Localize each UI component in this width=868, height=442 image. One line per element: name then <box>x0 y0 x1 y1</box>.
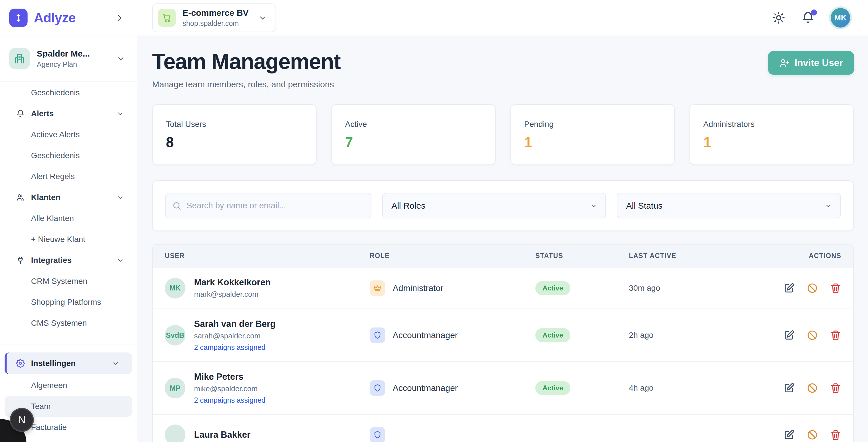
roles-select[interactable]: All Roles <box>382 193 606 218</box>
page-title: Team Management <box>152 49 340 74</box>
stat-label: Pending <box>524 120 661 129</box>
stat-value: 7 <box>345 134 482 151</box>
stat-label: Total Users <box>166 120 303 129</box>
last-active: 30m ago <box>629 284 762 293</box>
suspend-user-button[interactable] <box>807 382 818 394</box>
plug-icon <box>16 256 25 264</box>
table-body: MKMark Kokkelkorenmark@spalder.comAdmini… <box>153 267 854 442</box>
sidebar-item-actieve-alerts[interactable]: Actieve Alerts <box>0 124 136 145</box>
sidebar-item-label: Team <box>31 402 51 411</box>
sidebar-item-alert-regels[interactable]: Alert Regels <box>0 166 136 187</box>
sidebar-item-klanten[interactable]: Klanten <box>0 187 136 208</box>
sidebar-nav: GeschiedenisAlertsActieve AlertsGeschied… <box>0 82 136 438</box>
user-email: mike@spalder.com <box>194 384 266 393</box>
stat-card-total-users: Total Users8 <box>152 104 317 165</box>
sidebar-collapse-button[interactable] <box>115 13 124 22</box>
delete-user-button[interactable] <box>830 329 841 341</box>
main-content: Team Management Manage team members, rol… <box>137 36 868 442</box>
chevron-down-icon <box>117 54 125 63</box>
avatar: MK <box>165 278 185 298</box>
chevron-down-icon <box>117 110 124 117</box>
chevron-right-icon <box>115 13 124 22</box>
sidebar: Spalder Me... Agency Plan GeschiedenisAl… <box>0 36 137 442</box>
sidebar-item-label: Integraties <box>31 256 72 265</box>
sidebar-item-geschiedenis[interactable]: Geschiedenis <box>0 145 136 166</box>
status-badge: Active <box>535 381 570 395</box>
status-select-value: All Status <box>626 201 662 211</box>
edit-user-button[interactable] <box>783 329 795 341</box>
search-icon <box>172 201 181 210</box>
campaigns-link[interactable]: 2 campaigns assigned <box>194 343 276 352</box>
cursor-overlay: N <box>11 409 33 431</box>
brand-name: Adlyze <box>34 10 75 26</box>
topbar-right: MK <box>772 8 868 28</box>
chevron-down-icon <box>258 13 267 22</box>
search-input[interactable] <box>165 193 371 218</box>
suspend-user-button[interactable] <box>807 282 818 294</box>
sidebar-item-geschiedenis[interactable]: Geschiedenis <box>0 82 136 103</box>
sidebar-item-label: CRM Systemen <box>31 277 87 286</box>
avatar: SvdB <box>165 325 185 346</box>
roles-select-value: All Roles <box>392 201 425 211</box>
sidebar-item--nieuwe-klant[interactable]: + Nieuwe Klant <box>0 229 136 250</box>
client-selector[interactable]: E-commerce BV shop.spalder.com <box>152 3 276 32</box>
adlyze-logo <box>9 9 28 27</box>
sidebar-item-label: Klanten <box>31 193 61 202</box>
workspace-selector[interactable]: Spalder Me... Agency Plan <box>0 36 136 82</box>
page-head-text: Team Management Manage team members, rol… <box>152 49 340 89</box>
role-label: Accountmanager <box>393 383 458 393</box>
edit-user-button[interactable] <box>783 382 795 394</box>
invite-user-button[interactable]: Invite User <box>768 51 854 75</box>
user-email: sarah@spalder.com <box>194 332 276 340</box>
sidebar-item-shopping-platforms[interactable]: Shopping Platforms <box>0 292 136 313</box>
campaigns-link[interactable]: 2 campaigns assigned <box>194 396 266 404</box>
status-select[interactable]: All Status <box>617 193 841 218</box>
table-row: MKMark Kokkelkorenmark@spalder.comAdmini… <box>153 267 854 309</box>
chevron-down-icon <box>825 202 832 210</box>
sidebar-item-label: Facturatie <box>31 423 67 432</box>
chevron-down-icon <box>117 54 125 63</box>
suspend-user-button[interactable] <box>807 329 818 341</box>
edit-user-button[interactable] <box>783 282 795 294</box>
user-avatar[interactable]: MK <box>831 8 850 28</box>
delete-user-button[interactable] <box>830 282 841 294</box>
table-row: Laura Bakker <box>153 414 854 442</box>
role-badge <box>370 380 385 396</box>
sidebar-item-crm-systemen[interactable]: CRM Systemen <box>0 271 136 292</box>
user-plus-icon <box>779 58 789 68</box>
suspend-user-button[interactable] <box>807 429 818 441</box>
search-icon <box>172 201 181 210</box>
trash-icon <box>830 329 841 341</box>
sidebar-item-cms-systemen[interactable]: CMS Systemen <box>0 313 136 334</box>
avatar: MP <box>165 378 185 399</box>
status-badge: Active <box>535 281 570 295</box>
role-label: Accountmanager <box>393 330 458 340</box>
trash-icon <box>830 429 841 441</box>
chevron-down-icon <box>258 13 267 22</box>
shield-icon <box>373 331 382 340</box>
sidebar-item-label: CMS Systemen <box>31 319 87 328</box>
workspace-text: Spalder Me... Agency Plan <box>37 49 90 69</box>
ban-icon <box>807 429 818 441</box>
sidebar-item-integraties[interactable]: Integraties <box>0 250 136 271</box>
stat-card-active: Active7 <box>331 104 496 165</box>
sidebar-item-instellingen[interactable]: Instellingen <box>5 352 132 374</box>
sidebar-item-algemeen[interactable]: Algemeen <box>0 375 136 396</box>
notifications-button[interactable] <box>801 11 815 24</box>
stat-card-pending: Pending1 <box>510 104 675 165</box>
role-badge <box>370 427 385 442</box>
delete-user-button[interactable] <box>830 382 841 394</box>
delete-user-button[interactable] <box>830 429 841 441</box>
sidebar-divider <box>0 344 136 344</box>
stat-label: Active <box>345 120 482 129</box>
sidebar-item-alle-klanten[interactable]: Alle Klanten <box>0 208 136 229</box>
last-active: 2h ago <box>629 330 762 340</box>
theme-toggle-button[interactable] <box>772 11 785 24</box>
shield-icon <box>373 384 382 392</box>
column-header-role: ROLE <box>370 252 535 260</box>
ban-icon <box>807 329 818 341</box>
sidebar-item-label: Geschiedenis <box>31 151 80 160</box>
edit-user-button[interactable] <box>783 429 795 441</box>
sidebar-item-alerts[interactable]: Alerts <box>0 103 136 124</box>
sidebar-item-label: Alert Regels <box>31 172 75 181</box>
